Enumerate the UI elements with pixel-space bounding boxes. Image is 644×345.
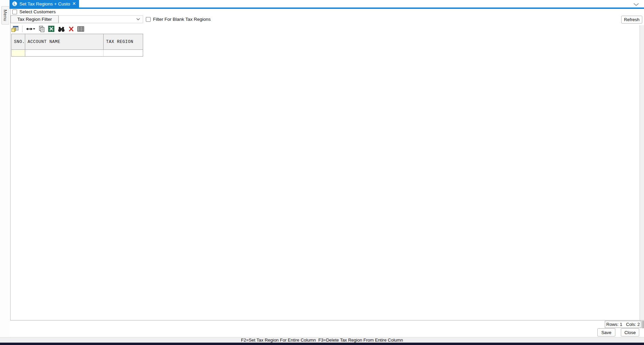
column-header-sno[interactable]: SNO. [12, 34, 25, 49]
column-header-account-name[interactable]: ACCOUNT NAME [25, 34, 104, 49]
tab-set-tax-regions[interactable]: L Set Tax Regions + Custom... ✕ [10, 0, 79, 7]
app-logo-icon: L [12, 1, 17, 6]
copy-icon[interactable] [38, 26, 45, 32]
delete-icon[interactable] [68, 26, 74, 32]
cell-sno[interactable] [12, 50, 25, 56]
tax-region-filter-label-box: Tax Region Filter [11, 15, 59, 23]
tab-underline [10, 7, 644, 9]
window-bottom-edge [0, 343, 644, 345]
table-row [12, 50, 143, 57]
toolbar-separator [22, 26, 22, 32]
select-customers-label: Select Customers [19, 9, 56, 14]
filter-blank-tax-regions-checkbox[interactable] [146, 17, 151, 22]
menu-side-tab-label: Menu [3, 10, 8, 21]
refresh-button[interactable]: Refresh [621, 16, 642, 24]
column-width-icon[interactable] [26, 26, 35, 32]
close-button[interactable]: Close [621, 328, 639, 336]
select-customers-checkbox[interactable] [12, 10, 17, 14]
tab-close-icon[interactable]: ✕ [70, 0, 79, 7]
select-customers-option: Select Customers [12, 9, 56, 15]
tab-bar: L Set Tax Regions + Custom... ✕ [0, 0, 644, 7]
rows-count: Rows: 1 [606, 322, 622, 327]
grid-header-row: SNO. ACCOUNT NAME TAX REGION [12, 34, 143, 50]
menu-side-tab[interactable]: Menu [1, 6, 9, 25]
form-window-icon[interactable] [11, 26, 19, 32]
find-icon[interactable] [58, 26, 65, 32]
resize-grip[interactable] [642, 321, 644, 328]
vertical-scrollbar-track[interactable] [640, 25, 644, 320]
filter-blank-tax-regions-label: Filter For Blank Tax Regions [153, 17, 211, 22]
rows-cols-status-panel: Rows: 1 Cols: 2 [605, 321, 641, 328]
grid-icon[interactable] [77, 26, 84, 32]
save-button[interactable]: Save [597, 328, 615, 336]
cell-tax-region[interactable] [104, 50, 143, 56]
status-bar-hint: F2=Set Tax Region For Entire Column F3=D… [241, 338, 403, 343]
tax-region-filter-combobox[interactable] [59, 15, 143, 23]
column-header-tax-region[interactable]: TAX REGION [104, 34, 143, 49]
blank-tax-regions-option: Filter For Blank Tax Regions [146, 16, 211, 22]
excel-export-icon[interactable] [48, 26, 55, 32]
content-bottom-divider [10, 320, 644, 320]
left-dock-strip [0, 0, 10, 345]
panel-left-border [10, 9, 11, 320]
tab-list-chevron-down-icon[interactable] [633, 1, 639, 7]
app-window: L Set Tax Regions + Custom... ✕ Menu Sel… [0, 0, 644, 345]
cols-count: Cols: 2 [626, 322, 640, 327]
customers-grid: SNO. ACCOUNT NAME TAX REGION [11, 34, 143, 57]
chevron-down-icon [136, 18, 140, 20]
cell-account-name[interactable] [25, 50, 104, 56]
status-bar: F2=Set Tax Region For Entire Column F3=D… [0, 337, 644, 343]
grid-toolbar [11, 25, 84, 33]
tab-title: Set Tax Regions + Custom... [19, 1, 70, 6]
